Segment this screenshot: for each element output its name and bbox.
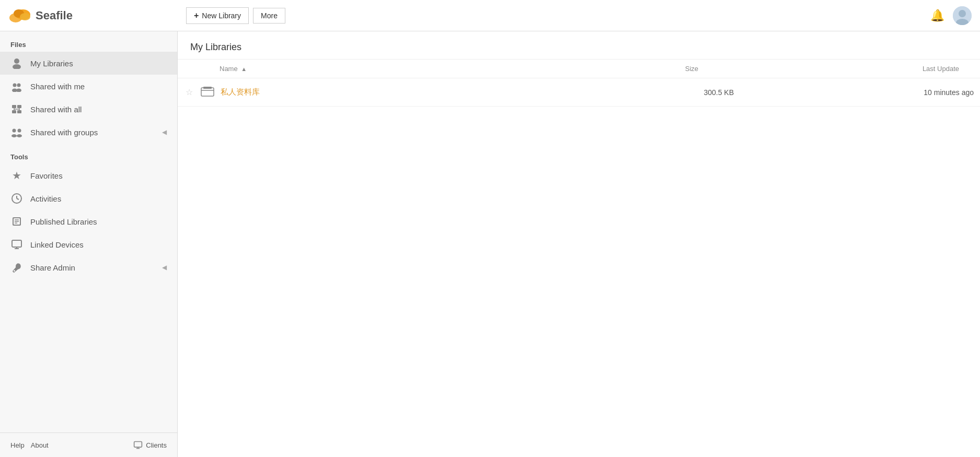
sidebar-item-linked-devices-label: Linked Devices xyxy=(30,240,167,249)
clients-link[interactable]: Clients xyxy=(133,440,167,450)
sidebar-item-share-admin[interactable]: Share Admin ◀ xyxy=(0,256,177,279)
plus-icon: + xyxy=(194,11,199,20)
topbar-right: 🔔 xyxy=(930,6,972,25)
lib-update-cell: 10 minutes ago xyxy=(740,78,980,107)
sidebar-item-shared-with-me-label: Shared with me xyxy=(30,82,167,91)
notification-bell-icon[interactable]: 🔔 xyxy=(930,9,944,22)
star-icon: ★ xyxy=(10,169,23,182)
share-admin-chevron-icon: ◀ xyxy=(162,264,167,271)
clock-icon xyxy=(10,192,23,205)
monitor-icon xyxy=(10,238,23,251)
sidebar-item-shared-with-groups[interactable]: Shared with groups ◀ xyxy=(0,121,177,144)
sidebar-item-linked-devices[interactable]: Linked Devices xyxy=(0,233,177,256)
share-me-icon xyxy=(10,80,23,92)
sidebar-item-shared-with-me[interactable]: Shared with me xyxy=(0,75,177,98)
favorite-star-icon[interactable]: ☆ xyxy=(184,87,194,97)
svg-rect-13 xyxy=(12,105,16,108)
more-button[interactable]: More xyxy=(253,8,285,24)
more-label: More xyxy=(261,11,278,20)
book-icon xyxy=(10,215,23,228)
svg-rect-14 xyxy=(17,105,21,108)
library-icon xyxy=(201,86,214,99)
app-name: Seafile xyxy=(36,9,73,22)
sidebar-item-published-libraries[interactable]: Published Libraries xyxy=(0,210,177,233)
table-header-row: Name ▲ Size Last Update xyxy=(178,60,980,78)
sidebar-footer: Help About Clients xyxy=(0,432,177,457)
help-link[interactable]: Help xyxy=(10,441,25,449)
sidebar-item-shared-with-all[interactable]: Shared with all xyxy=(0,98,177,121)
svg-point-9 xyxy=(13,84,17,87)
col-update-header: Last Update xyxy=(740,60,980,78)
col-update-label: Last Update xyxy=(923,65,959,73)
svg-point-20 xyxy=(13,129,16,133)
clients-label: Clients xyxy=(146,441,167,449)
svg-rect-39 xyxy=(201,88,214,96)
share-all-icon xyxy=(10,103,23,115)
sidebar-item-shared-with-all-label: Shared with all xyxy=(30,105,167,114)
svg-point-21 xyxy=(18,129,21,133)
table-row: ☆ 私人资料库300.5 KB10 minutes ago xyxy=(178,78,980,107)
topbar: Seafile + New Library More 🔔 xyxy=(0,0,980,31)
sidebar-item-favorites[interactable]: ★ Favorites xyxy=(0,164,177,187)
content-header: My Libraries xyxy=(178,31,980,60)
new-library-label: New Library xyxy=(202,11,241,20)
svg-rect-32 xyxy=(12,240,21,247)
share-groups-icon xyxy=(10,126,23,138)
library-name-link[interactable]: 私人资料库 xyxy=(221,87,260,97)
person-icon xyxy=(10,57,23,69)
svg-rect-40 xyxy=(203,87,212,89)
topbar-actions: + New Library More xyxy=(186,7,930,24)
libraries-table: Name ▲ Size Last Update ☆ 私人资料库300.5 KB1… xyxy=(178,60,980,107)
seafile-logo-icon xyxy=(8,6,31,25)
svg-point-35 xyxy=(14,270,15,272)
sidebar-item-my-libraries[interactable]: My Libraries xyxy=(0,52,177,75)
clients-monitor-icon xyxy=(133,440,143,450)
col-size-label: Size xyxy=(685,65,698,73)
svg-point-3 xyxy=(20,13,30,20)
user-avatar[interactable] xyxy=(953,6,972,25)
wrench-icon xyxy=(10,261,23,274)
new-library-button[interactable]: + New Library xyxy=(186,7,249,24)
svg-point-23 xyxy=(17,134,22,137)
svg-point-22 xyxy=(11,134,17,137)
sort-arrow-icon: ▲ xyxy=(241,66,247,72)
lib-name-cell: ☆ 私人资料库 xyxy=(178,78,510,107)
svg-point-7 xyxy=(14,58,19,64)
svg-rect-36 xyxy=(134,441,142,447)
svg-rect-15 xyxy=(12,110,16,113)
sidebar-item-share-admin-label: Share Admin xyxy=(30,263,155,272)
sidebar: Files My Libraries Shared with me xyxy=(0,31,178,457)
svg-line-26 xyxy=(17,198,19,200)
svg-point-8 xyxy=(13,64,21,69)
col-name-label: Name xyxy=(220,65,238,73)
main-layout: Files My Libraries Shared with me xyxy=(0,31,980,457)
col-name-header[interactable]: Name ▲ xyxy=(178,60,510,78)
svg-point-12 xyxy=(16,89,21,92)
logo-area: Seafile xyxy=(8,6,186,25)
lib-size-cell: 300.5 KB xyxy=(510,78,740,107)
avatar-image xyxy=(953,6,972,25)
svg-point-10 xyxy=(17,84,21,87)
main-content: My Libraries Name ▲ Size Last Update xyxy=(178,31,980,457)
sidebar-item-my-libraries-label: My Libraries xyxy=(30,59,167,68)
svg-point-5 xyxy=(959,10,966,17)
files-section-title: Files xyxy=(0,31,177,52)
sidebar-item-activities[interactable]: Activities xyxy=(0,187,177,210)
sidebar-item-published-libraries-label: Published Libraries xyxy=(30,217,167,226)
col-size-header: Size xyxy=(510,60,740,78)
tools-section-title: Tools xyxy=(0,144,177,164)
about-link[interactable]: About xyxy=(31,441,49,449)
shared-with-groups-chevron-icon: ◀ xyxy=(162,128,167,136)
page-title: My Libraries xyxy=(190,42,967,53)
sidebar-item-shared-with-groups-label: Shared with groups xyxy=(30,128,155,137)
sidebar-item-activities-label: Activities xyxy=(30,194,167,203)
svg-rect-16 xyxy=(17,110,21,113)
sidebar-item-favorites-label: Favorites xyxy=(30,171,167,180)
